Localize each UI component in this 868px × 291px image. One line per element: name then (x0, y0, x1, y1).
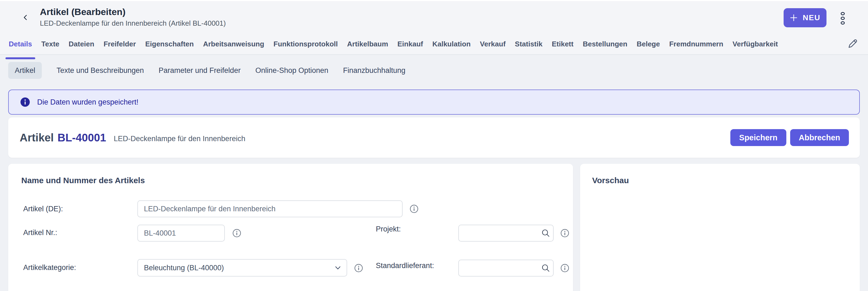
label-artikelkategorie: Artikelkategorie: (23, 263, 76, 272)
preview-card: Vorschau (580, 164, 860, 291)
subtab-online-shop-optionen[interactable]: Online-Shop Optionen (255, 66, 328, 75)
new-button[interactable]: NEU (784, 8, 827, 27)
article-number: BL-40001 (58, 132, 106, 144)
article-subtitle: LED-Deckenlampe für den Innenbereich (114, 135, 245, 143)
subtab-artikel[interactable]: Artikel (8, 62, 42, 79)
subtab-parameter-und-freifelder[interactable]: Parameter und Freifelder (159, 66, 241, 75)
kebab-menu-icon[interactable] (838, 12, 847, 25)
tab-statistik[interactable]: Statistik (515, 40, 542, 48)
info-icon-artikel-nr[interactable] (232, 229, 241, 237)
label-artikel-de: Artikel (DE): (23, 205, 63, 213)
search-icon-projekt[interactable] (541, 228, 550, 238)
kebab-dot (841, 21, 845, 25)
artikelkategorie-value: Beleuchtung (BL-40000) (144, 264, 224, 272)
article-actions: Speichern Abbrechen (730, 129, 849, 146)
info-filled-icon (20, 97, 30, 107)
tab-verkauf[interactable]: Verkauf (480, 40, 505, 48)
tab-belege[interactable]: Belege (637, 40, 660, 48)
preview-title: Vorschau (592, 176, 629, 185)
kebab-dot (841, 17, 845, 20)
tab-verfuegbarkeit[interactable]: Verfügbarkeit (733, 40, 778, 48)
tab-etikett[interactable]: Etikett (552, 40, 573, 48)
info-icon-standardlieferant[interactable] (560, 264, 569, 272)
tab-einkauf[interactable]: Einkauf (397, 40, 423, 48)
tab-freifelder[interactable]: Freifelder (103, 40, 136, 48)
banner-message: Die Daten wurden gespeichert! (37, 98, 138, 106)
artikel-nr-input[interactable] (137, 225, 225, 241)
projekt-input[interactable] (458, 225, 554, 241)
save-success-banner: Die Daten wurden gespeichert! (8, 90, 860, 115)
tab-bestellungen[interactable]: Bestellungen (583, 40, 627, 48)
name-number-card: Name und Nummer des Artikels Artikel (DE… (8, 164, 573, 291)
subtab-texte-und-beschreibungen[interactable]: Texte und Beschreibungen (57, 66, 144, 75)
cancel-button[interactable]: Abbrechen (790, 129, 849, 146)
article-header-card: Artikel BL-40001 LED-Deckenlampe für den… (8, 118, 860, 158)
tabbar-divider (0, 54, 868, 55)
new-button-label: NEU (803, 13, 820, 22)
standardlieferant-input[interactable] (458, 260, 554, 277)
info-icon-artikel-de[interactable] (410, 204, 418, 213)
section-title: Name und Nummer des Artikels (21, 176, 145, 185)
main-tabbar: Details Texte Dateien Freifelder Eigensc… (9, 34, 778, 54)
info-icon-projekt[interactable] (560, 229, 569, 237)
standardlieferant-lookup (458, 260, 554, 277)
page-subtitle: LED-Deckenlampe für den Innenbereich (Ar… (40, 19, 226, 28)
tab-texte[interactable]: Texte (41, 40, 59, 48)
edit-pencil-icon[interactable] (847, 38, 859, 50)
kebab-dot (841, 12, 845, 15)
projekt-lookup (458, 225, 554, 241)
info-icon-artikelkategorie[interactable] (354, 264, 363, 272)
tab-artikelbaum[interactable]: Artikelbaum (347, 40, 388, 48)
tab-funktionsprotokoll[interactable]: Funktionsprotokoll (273, 40, 338, 48)
label-artikel-nr: Artikel Nr.: (23, 228, 57, 237)
search-icon-standardlieferant[interactable] (541, 263, 550, 273)
artikel-de-input[interactable] (137, 200, 403, 217)
tab-kalkulation[interactable]: Kalkulation (432, 40, 471, 48)
article-title-prefix: Artikel (20, 132, 54, 144)
tab-eigenschaften[interactable]: Eigenschaften (145, 40, 194, 48)
article-title: Artikel BL-40001 LED-Deckenlampe für den… (20, 132, 245, 144)
back-button[interactable] (20, 12, 31, 23)
plus-icon (789, 14, 798, 22)
page-title: Artikel (Bearbeiten) (40, 6, 126, 17)
sub-tabbar: Artikel Texte und Beschreibungen Paramet… (8, 62, 405, 79)
tab-details[interactable]: Details (9, 40, 32, 48)
chevron-down-icon (334, 264, 342, 271)
artikelkategorie-select[interactable]: Beleuchtung (BL-40000) (137, 259, 347, 277)
label-standardlieferant: Standardlieferant: (376, 261, 434, 270)
tab-arbeitsanweisung[interactable]: Arbeitsanweisung (203, 40, 264, 48)
tab-fremdnummern[interactable]: Fremdnummern (669, 40, 723, 48)
chevron-left-icon (22, 14, 29, 21)
subtab-finanzbuchhaltung[interactable]: Finanzbuchhaltung (343, 66, 405, 75)
artikel-edit-page: Artikel (Bearbeiten) LED-Deckenlampe für… (0, 0, 868, 291)
tab-dateien[interactable]: Dateien (68, 40, 94, 48)
save-button[interactable]: Speichern (730, 129, 786, 146)
label-projekt: Projekt: (376, 225, 401, 233)
